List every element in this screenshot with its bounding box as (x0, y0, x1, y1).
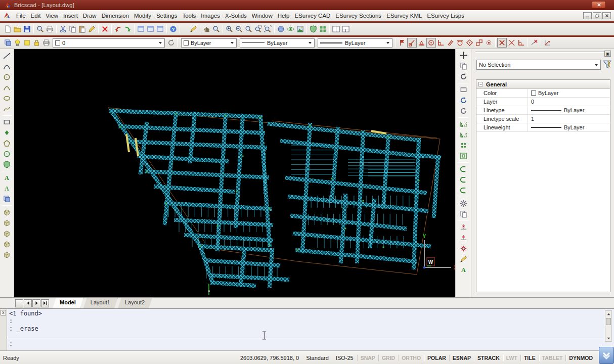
draw-polygon-icon[interactable] (2, 139, 12, 148)
property-row-lineweight[interactable]: LineweightByLayer (476, 123, 610, 132)
layer-lock-icon[interactable] (32, 38, 41, 48)
last-tab-button[interactable] (41, 299, 49, 307)
command-prompt[interactable]: : (9, 340, 13, 347)
undo-icon[interactable] (113, 24, 123, 34)
status-toggle-tile[interactable]: TILE (520, 355, 539, 361)
window-close-button[interactable] (592, 1, 606, 9)
command-scrollbar[interactable] (605, 310, 612, 342)
menu-images[interactable]: Images (198, 11, 223, 20)
property-value[interactable]: ByLayer (528, 106, 610, 114)
status-toggle-lwt[interactable]: LWT (503, 355, 520, 361)
tab-layout1[interactable]: Layout1 (83, 298, 118, 308)
regen-icon[interactable] (309, 24, 318, 34)
region-union-icon[interactable] (2, 207, 12, 217)
menu-draw[interactable]: Draw (80, 11, 99, 20)
rotate-icon[interactable] (459, 72, 468, 81)
snap-node-icon[interactable] (484, 38, 494, 48)
snap-quadrant-icon[interactable] (465, 38, 474, 48)
menu-edit[interactable]: Edit (28, 11, 43, 20)
draw-rectangle-icon[interactable] (2, 117, 12, 127)
render-icon[interactable] (295, 24, 305, 34)
status-toggle-grid[interactable]: GRID (378, 355, 398, 361)
layer-freeze-icon[interactable] (22, 38, 32, 48)
scale-icon[interactable] (459, 130, 468, 140)
view-orbit-icon[interactable] (276, 24, 286, 34)
color-select[interactable]: ByLayer (181, 38, 237, 48)
document-restore-button[interactable] (593, 12, 601, 19)
menu-tools[interactable]: Tools (180, 11, 198, 20)
entity-settings-icon[interactable] (459, 199, 468, 208)
menu-help[interactable]: Help (275, 11, 292, 20)
stretch-icon[interactable] (459, 85, 468, 95)
pan-icon[interactable] (202, 24, 211, 34)
zoom-realtime-icon[interactable] (211, 24, 221, 34)
layer-previous-icon[interactable] (166, 38, 176, 48)
menu-esurvey-sections[interactable]: ESurvey Sections (333, 11, 384, 20)
viewports-icon[interactable] (331, 24, 341, 34)
draw-revision-cloud-icon[interactable] (2, 160, 12, 169)
command-close-button[interactable]: x (1, 310, 6, 315)
menu-esurvey-kml[interactable]: ESurvey KML (384, 11, 424, 20)
scroll-up-icon[interactable] (605, 311, 611, 317)
status-toggle-strack[interactable]: STRACK (474, 355, 503, 361)
draw-ellipse-icon[interactable] (2, 94, 12, 103)
break-icon[interactable] (459, 244, 468, 253)
clear-snaps-icon[interactable] (530, 38, 539, 48)
property-value[interactable]: ByLayer (528, 89, 610, 97)
polar-tracking-icon[interactable] (543, 38, 552, 48)
draw-mtext-icon[interactable] (2, 184, 12, 193)
text-style-field[interactable]: Standard (302, 355, 332, 361)
scroll-thumb[interactable] (606, 318, 611, 325)
scroll-down-icon[interactable] (605, 335, 611, 341)
status-toggle-tablet[interactable]: TABLET (539, 355, 566, 361)
tab-layout2[interactable]: Layout2 (118, 298, 152, 308)
status-toggle-dynmod[interactable]: DYNMOD (565, 355, 596, 361)
snap-apparent-intersection-icon[interactable] (516, 38, 526, 48)
next-tab-button[interactable] (32, 299, 40, 307)
move-icon[interactable] (459, 51, 468, 60)
model-space-toggle-icon[interactable] (136, 24, 146, 34)
region-subtract-icon[interactable] (2, 218, 12, 228)
redraw-icon[interactable] (318, 24, 328, 34)
open-icon[interactable] (13, 24, 22, 34)
snap-insertion-icon[interactable] (474, 38, 484, 48)
erase-icon[interactable] (100, 24, 110, 34)
snap-tangent-icon[interactable] (455, 38, 465, 48)
panel-dock-button[interactable]: ▣ (604, 51, 611, 57)
solid-revolve-icon[interactable] (2, 250, 12, 259)
zoom-window-icon[interactable] (253, 24, 263, 34)
snap-parallel-icon[interactable] (446, 38, 455, 48)
command-panel-grip[interactable]: x (0, 309, 7, 351)
draw-line-icon[interactable] (2, 51, 12, 61)
menu-x-solids[interactable]: X-Solids (223, 11, 249, 20)
match-properties-icon[interactable] (87, 24, 97, 34)
region-intersect-icon[interactable] (2, 229, 12, 238)
snap-nearest-icon[interactable] (398, 38, 407, 48)
draw-point-icon[interactable] (2, 128, 12, 138)
mirror-icon[interactable] (459, 119, 468, 129)
overlay-arrow-button[interactable] (599, 347, 614, 364)
extend-icon[interactable] (459, 233, 468, 243)
drawing-canvas[interactable]: 7.5M WIDE CDP ROADWYX (14, 49, 455, 297)
snap-none-icon[interactable] (497, 38, 507, 48)
panel-grab-bar[interactable]: ▣ (475, 52, 610, 56)
redo-icon[interactable] (123, 24, 133, 34)
property-row-layer[interactable]: Layer0 (476, 98, 610, 106)
draw-text-icon[interactable] (2, 173, 12, 183)
new-icon[interactable] (3, 24, 13, 34)
viewports-2-icon[interactable] (341, 24, 350, 34)
offset-icon[interactable] (459, 151, 468, 161)
zoom-extents-icon[interactable] (263, 24, 273, 34)
status-toggle-snap[interactable]: SNAP (357, 355, 378, 361)
draw-polyline-icon[interactable] (2, 62, 12, 71)
status-toggle-ortho[interactable]: ORTHO (398, 355, 424, 361)
trim-icon[interactable] (459, 222, 468, 232)
quick-select-icon[interactable] (602, 60, 613, 70)
zoom-out-icon[interactable] (234, 24, 244, 34)
document-close-button[interactable] (602, 12, 611, 19)
draw-circle-icon[interactable] (2, 72, 12, 82)
draw-order-icon[interactable] (459, 254, 468, 264)
property-value[interactable]: 1 (528, 115, 610, 123)
app-menu-icon[interactable] (3, 12, 11, 19)
chamfer-icon[interactable] (459, 175, 468, 185)
